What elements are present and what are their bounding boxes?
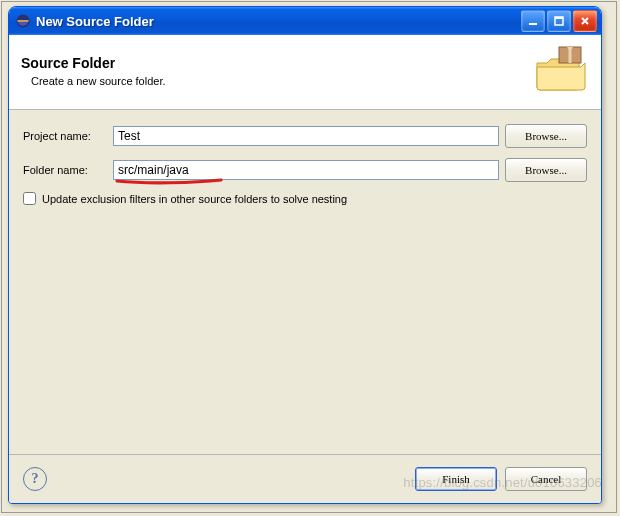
svg-rect-2 [529, 23, 537, 25]
package-folder-icon [533, 45, 589, 97]
project-name-label: Project name: [23, 130, 107, 142]
project-name-row: Project name: Browse... [23, 124, 587, 148]
cancel-button[interactable]: Cancel [505, 467, 587, 491]
exclusion-checkbox[interactable] [23, 192, 36, 205]
window-title: New Source Folder [36, 14, 521, 29]
close-button[interactable] [573, 10, 597, 32]
folder-name-row: Folder name: Browse... [23, 158, 587, 182]
eclipse-icon [15, 13, 31, 29]
maximize-button[interactable] [547, 10, 571, 32]
folder-browse-button[interactable]: Browse... [505, 158, 587, 182]
project-name-input[interactable] [113, 126, 499, 146]
exclusion-checkbox-row: Update exclusion filters in other source… [23, 192, 587, 205]
minimize-button[interactable] [521, 10, 545, 32]
form-area: Project name: Browse... Folder name: Bro… [9, 110, 601, 215]
svg-rect-1 [18, 20, 29, 21]
header-panel: Source Folder Create a new source folder… [9, 35, 601, 110]
page-title: Source Folder [21, 55, 166, 71]
help-button[interactable]: ? [23, 467, 47, 491]
annotation-underline [115, 177, 223, 185]
exclusion-checkbox-label: Update exclusion filters in other source… [42, 193, 347, 205]
project-browse-button[interactable]: Browse... [505, 124, 587, 148]
folder-name-label: Folder name: [23, 164, 107, 176]
dialog-window: New Source Folder Source Folder Create a… [8, 6, 602, 504]
dialog-footer: ? Finish Cancel [9, 454, 601, 503]
finish-button[interactable]: Finish [415, 467, 497, 491]
svg-rect-4 [555, 17, 563, 19]
titlebar[interactable]: New Source Folder [9, 7, 601, 35]
page-subtitle: Create a new source folder. [31, 75, 166, 87]
